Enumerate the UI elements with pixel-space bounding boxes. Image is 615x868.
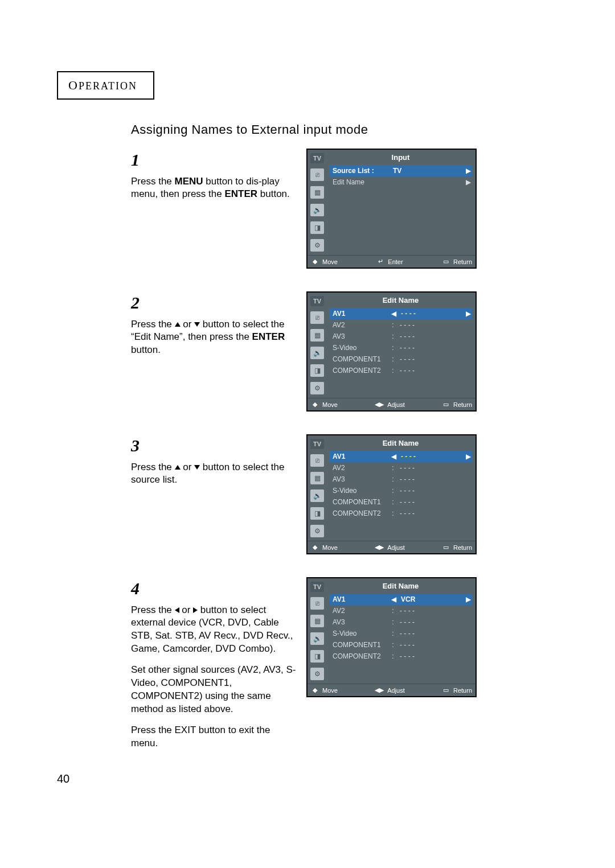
channel-icon: ◨	[310, 364, 324, 377]
osd-sidebar: TV ⎚ ▦ 🔉 ◨ ⚙	[308, 435, 327, 541]
step-2-text: 2 Press the or button to select the “Edi…	[131, 291, 306, 357]
return-icon: ▭	[442, 401, 450, 408]
list-item: S-Video:- - - -	[329, 485, 472, 496]
osd-sidebar: TV ⎚ ▦ 🔉 ◨ ⚙	[308, 150, 327, 255]
osd3-footer: ◆Move ◀▶Adjust ▭Return	[308, 541, 475, 553]
right-arrow-icon: ▶	[464, 167, 472, 175]
osd3-title: Edit Name	[329, 438, 472, 451]
osd-step4: TV ⎚ ▦ 🔉 ◨ ⚙ Edit Name AV1 ◀ VCR ▶ AV2:-…	[306, 577, 477, 697]
step-4-text: 4 Press the or button to select external…	[131, 577, 306, 750]
list-item: AV3:- - - -	[329, 474, 472, 485]
osd4-title: Edit Name	[329, 581, 472, 594]
list-item: COMPONENT2:- - - -	[329, 651, 472, 662]
sound-icon: 🔉	[310, 347, 324, 359]
step-2: 2 Press the or button to select the “Edi…	[131, 291, 552, 412]
return-icon: ▭	[442, 544, 450, 551]
list-item: COMPONENT2:- - - -	[329, 508, 472, 519]
osd-sidebar: TV ⎚ ▦ 🔉 ◨ ⚙	[308, 293, 327, 398]
step-3-text: 3 Press the or button to select the sour…	[131, 434, 306, 487]
down-arrow-icon	[194, 465, 200, 470]
leftright-icon: ◀▶	[375, 544, 384, 551]
section-title: OPERATION	[68, 78, 137, 92]
down-arrow-icon	[194, 322, 200, 327]
osd-step1: TV ⎚ ▦ 🔉 ◨ ⚙ Input Source List : TV ▶ Ed…	[306, 149, 477, 269]
list-item: COMPONENT1:- - - -	[329, 496, 472, 508]
list-item: AV2:- - - -	[329, 605, 472, 616]
list-item: COMPONENT1:- - - -	[329, 639, 472, 651]
page-number: 40	[57, 772, 69, 785]
updown-icon: ◆	[311, 686, 319, 694]
setup-icon: ⚙	[310, 525, 324, 537]
osd3-row-av1: AV1 ◀ - - - - ▶	[329, 451, 472, 462]
right-arrow-icon: ▶	[464, 310, 472, 318]
left-arrow-icon: ◀	[390, 452, 397, 460]
step-1-text: 1 Press the MENU button to dis-play menu…	[131, 149, 306, 201]
list-item: S-Video:- - - -	[329, 628, 472, 639]
osd1-row-editname: Edit Name ▶	[329, 176, 472, 188]
return-icon: ▭	[442, 686, 450, 694]
right-arrow-icon	[193, 607, 198, 613]
input-icon: ⎚	[310, 454, 324, 467]
osd-step3: TV ⎚ ▦ 🔉 ◨ ⚙ Edit Name AV1 ◀ - - - - ▶ A…	[306, 434, 477, 554]
up-arrow-icon	[175, 465, 181, 470]
setup-icon: ⚙	[310, 382, 324, 394]
section-title-box: OPERATION	[57, 71, 154, 100]
up-arrow-icon	[175, 322, 181, 327]
osd1-row-source: Source List : TV ▶	[329, 165, 472, 176]
osd4-row-av1: AV1 ◀ VCR ▶	[329, 594, 472, 605]
setup-icon: ⚙	[310, 239, 324, 252]
list-item: AV2:- - - -	[329, 319, 472, 331]
picture-icon: ▦	[310, 186, 324, 199]
step-4-para3: Press the EXIT button to exit the menu.	[131, 724, 296, 750]
tv-icon: TV	[310, 582, 324, 592]
picture-icon: ▦	[310, 329, 324, 342]
tv-icon: TV	[310, 439, 324, 449]
step-3-number: 3	[131, 434, 296, 458]
picture-icon: ▦	[310, 472, 324, 484]
list-item: AV2:- - - -	[329, 462, 472, 474]
osd2-title: Edit Name	[329, 295, 472, 308]
step-4: 4 Press the or button to select external…	[131, 577, 552, 750]
updown-icon: ◆	[311, 258, 319, 265]
right-arrow-icon: ▶	[464, 595, 472, 603]
tv-icon: TV	[310, 296, 324, 306]
right-arrow-icon: ▶	[464, 178, 472, 186]
list-item: COMPONENT1:- - - -	[329, 353, 472, 365]
enter-icon: ↵	[376, 258, 384, 265]
input-icon: ⎚	[310, 311, 324, 324]
step-4-number: 4	[131, 577, 296, 600]
channel-icon: ◨	[310, 507, 324, 520]
leftright-icon: ◀▶	[375, 401, 384, 408]
left-arrow-icon	[175, 607, 179, 613]
step-3: 3 Press the or button to select the sour…	[131, 434, 552, 554]
osd1-footer: ◆Move ↵Enter ▭Return	[308, 255, 475, 268]
channel-icon: ◨	[310, 650, 324, 663]
sound-icon: 🔉	[310, 632, 324, 645]
setup-icon: ⚙	[310, 668, 324, 680]
updown-icon: ◆	[311, 401, 319, 408]
left-arrow-icon: ◀	[390, 595, 397, 603]
input-icon: ⎚	[310, 168, 324, 181]
input-icon: ⎚	[310, 597, 324, 610]
step-1: 1 Press the MENU button to dis-play menu…	[131, 149, 552, 269]
osd-step2: TV ⎚ ▦ 🔉 ◨ ⚙ Edit Name AV1 ◀ - - - - ▶ A…	[306, 291, 477, 412]
osd1-title: Input	[329, 152, 472, 165]
updown-icon: ◆	[311, 544, 319, 551]
picture-icon: ▦	[310, 615, 324, 627]
left-arrow-icon: ◀	[390, 310, 397, 318]
right-arrow-icon: ▶	[464, 452, 472, 460]
channel-icon: ◨	[310, 221, 324, 234]
return-icon: ▭	[442, 258, 450, 265]
tv-icon: TV	[310, 153, 324, 163]
osd2-footer: ◆Move ◀▶Adjust ▭Return	[308, 398, 475, 410]
osd2-row-av1: AV1 ◀ - - - - ▶	[329, 308, 472, 319]
osd-sidebar: TV ⎚ ▦ 🔉 ◨ ⚙	[308, 578, 327, 684]
sound-icon: 🔉	[310, 204, 324, 216]
step-2-number: 2	[131, 291, 296, 315]
list-item: AV3:- - - -	[329, 331, 472, 342]
sound-icon: 🔉	[310, 489, 324, 502]
step-1-number: 1	[131, 149, 296, 172]
list-item: S-Video:- - - -	[329, 342, 472, 353]
list-item: COMPONENT2:- - - -	[329, 365, 472, 376]
list-item: AV3:- - - -	[329, 616, 472, 628]
